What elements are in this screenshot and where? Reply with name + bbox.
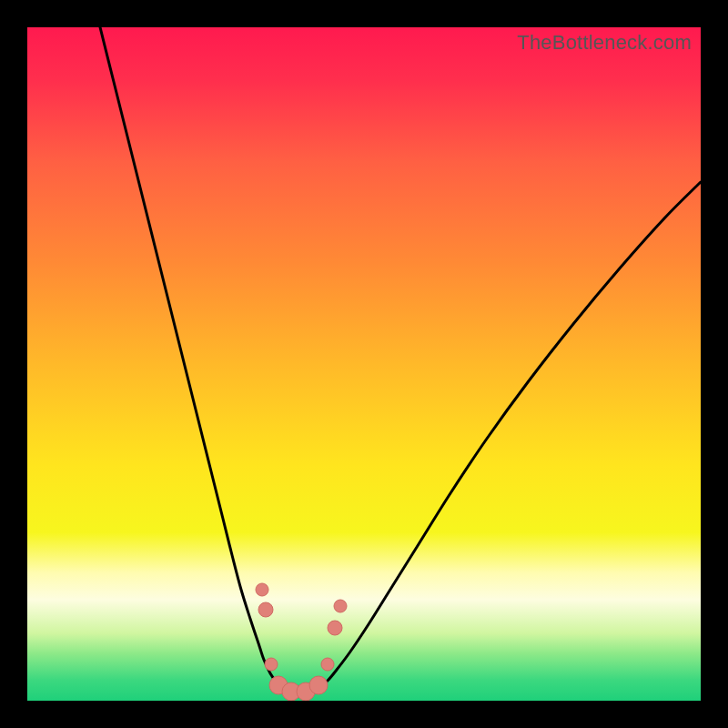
trough-marker [321,658,334,671]
trough-marker [334,600,347,612]
trough-marker [265,658,278,671]
chart-frame: TheBottleneck.com [27,27,701,701]
trough-marker [258,602,273,617]
watermark-text: TheBottleneck.com [517,31,692,55]
trough-marker [309,676,328,694]
bottleneck-chart [27,27,701,701]
chart-background [27,27,701,701]
trough-marker [256,583,268,596]
trough-marker [328,621,342,635]
